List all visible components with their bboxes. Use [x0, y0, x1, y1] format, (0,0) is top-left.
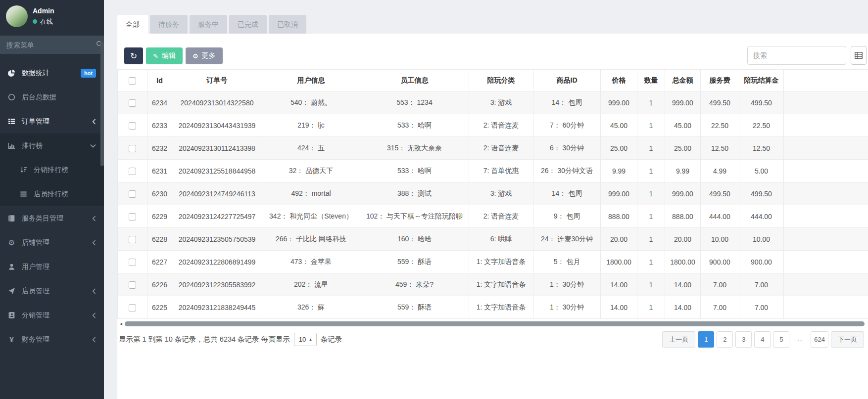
page-button-3[interactable]: 3: [735, 331, 752, 348]
cell-product: 6： 30分钟: [533, 137, 601, 160]
cell-filler: [784, 182, 868, 205]
yen-icon: ¥: [7, 335, 16, 344]
cell-user: 32： 品德天下: [262, 160, 360, 182]
user-profile[interactable]: Admin 在线: [0, 0, 104, 33]
cell-category: 3: 游戏: [469, 182, 533, 205]
tab-cancelled[interactable]: 已取消: [269, 15, 306, 34]
cell-qty: 1: [637, 228, 665, 251]
select-all-checkbox[interactable]: [129, 77, 136, 85]
cell-user: 202： 流星: [262, 273, 360, 296]
cell-total: 999.00: [665, 91, 701, 114]
menu-search-input[interactable]: [6, 41, 96, 49]
row-checkbox[interactable]: [129, 145, 136, 152]
page-button-2[interactable]: 2: [717, 331, 733, 348]
cell-user: 266： 子比比 网络科技: [262, 228, 360, 251]
row-checkbox[interactable]: [129, 259, 136, 266]
cell-staff: 388： 测试: [360, 182, 469, 205]
page-button-5[interactable]: 5: [773, 331, 789, 348]
cell-order-no: 2024092313014322580: [172, 91, 262, 114]
tab-completed[interactable]: 已完成: [229, 15, 267, 34]
cell-total: 9.99: [665, 160, 701, 182]
row-checkbox[interactable]: [129, 168, 136, 175]
cell-product: 14： 包周: [533, 182, 601, 205]
sidebar-item-shop[interactable]: ⚙ 店铺管理: [0, 230, 104, 255]
page-button-1[interactable]: 1: [698, 331, 714, 348]
row-checkbox[interactable]: [129, 190, 136, 198]
records-summary: 显示第 1 到第 10 条记录，总共 6234 条记录 每页显示 10 ▴ 条记…: [119, 333, 342, 346]
sidebar-item-clerk[interactable]: 店员管理: [0, 279, 104, 303]
cell-total: 14.00: [665, 296, 701, 319]
chevron-left-icon: [92, 312, 96, 318]
row-checkbox[interactable]: [129, 236, 136, 243]
summary-suffix: 条记录: [321, 335, 342, 344]
cell-filler: [784, 114, 868, 137]
tab-all[interactable]: 全部: [117, 15, 148, 34]
cell-filler: [784, 228, 868, 251]
chevron-left-icon: [92, 216, 96, 222]
table-search-input[interactable]: [747, 46, 846, 65]
cell-category: 3: 游戏: [469, 91, 533, 114]
page-button-624[interactable]: 624: [811, 331, 828, 348]
cell-id: 6232: [147, 137, 172, 160]
cell-order-no: 20240923124749246113: [172, 182, 262, 205]
main-content: 全部 待服务 服务中 已完成 已取消 ↻ ✎编辑 ⚙更多: [104, 0, 868, 399]
scrollbar-thumb[interactable]: [125, 321, 865, 326]
sidebar-item-clerk-ranking[interactable]: 店员排行榜: [0, 182, 104, 206]
sidebar-item-orders[interactable]: 订单管理: [0, 109, 104, 133]
cell-staff: 533： 哈啊: [360, 114, 469, 137]
sidebar-item-stats[interactable]: 数据统计 hot: [0, 61, 104, 85]
more-button[interactable]: ⚙更多: [186, 47, 223, 64]
page-button-4[interactable]: 4: [754, 331, 771, 348]
prev-page-button[interactable]: 上一页: [662, 331, 695, 348]
cell-fee: 12.50: [701, 137, 739, 160]
page-size-select[interactable]: 10 ▴: [294, 333, 317, 346]
sidebar-item-distribution[interactable]: 分销管理: [0, 303, 104, 327]
sidebar-item-label: 店员排行榜: [34, 190, 68, 199]
content-panel: ↻ ✎编辑 ⚙更多 Id 订单号: [117, 34, 868, 399]
edit-button[interactable]: ✎编辑: [146, 47, 183, 64]
tab-in-service[interactable]: 服务中: [190, 15, 227, 34]
cell-id: 6229: [147, 205, 172, 228]
sidebar-item-ranking[interactable]: 排行榜: [0, 133, 104, 158]
scroll-left-arrow[interactable]: ◂: [120, 321, 122, 326]
row-checkbox[interactable]: [129, 99, 136, 107]
summary-prefix: 显示第 1 到第 10 条记录，总共 6234 条记录 每页显示: [119, 335, 290, 344]
gear-icon: ⚙: [193, 53, 198, 59]
cell-category: 1: 文字加语音条: [469, 296, 533, 319]
cell-total: 14.00: [665, 273, 701, 296]
cell-staff: 102： 与天下棋～专注陪玩陪聊: [360, 205, 469, 228]
cell-product: 14： 包周: [533, 91, 601, 114]
cell-price: 14.00: [601, 273, 637, 296]
cell-settle: 12.50: [739, 137, 784, 160]
sidebar-scrollbar-thumb[interactable]: [100, 42, 104, 166]
orders-table: Id 订单号 用户信息 员工信息 陪玩分类 商品ID 价格 数量 总金额 服务费…: [117, 69, 868, 319]
sidebar-item-label: 排行榜: [22, 141, 43, 150]
sidebar-item-label: 店铺管理: [22, 238, 49, 247]
col-qty: 数量: [637, 70, 665, 91]
next-page-button[interactable]: 下一页: [831, 331, 864, 348]
columns-toggle-button[interactable]: [851, 46, 867, 65]
cell-filler: [784, 273, 868, 296]
cell-user: 492： mortal: [262, 182, 360, 205]
row-checkbox[interactable]: [129, 304, 136, 311]
sidebar-item-label: 订单管理: [22, 117, 49, 126]
sidebar-item-finance[interactable]: ¥ 财务管理: [0, 327, 104, 352]
cell-order-no: 20240923121838249445: [172, 296, 262, 319]
row-checkbox[interactable]: [129, 213, 136, 221]
list-lines-icon: [19, 190, 28, 198]
cell-order-no: 20240923122305583992: [172, 273, 262, 296]
sidebar-item-users[interactable]: 用户管理: [0, 255, 104, 279]
sidebar-item-label: 服务类目管理: [22, 214, 63, 223]
sidebar-item-backend-data[interactable]: 后台总数据: [0, 85, 104, 109]
sidebar-item-distribution-ranking[interactable]: 分销排行榜: [0, 158, 104, 182]
cogs-icon: ⚙: [7, 239, 16, 246]
row-checkbox[interactable]: [129, 122, 136, 130]
sidebar-menu: 数据统计 hot 后台总数据 订单管理 排行榜 分销排行榜 店员排: [0, 61, 104, 352]
refresh-button[interactable]: ↻: [124, 47, 143, 64]
tab-pending[interactable]: 待服务: [150, 15, 188, 34]
cell-total: 25.00: [665, 137, 701, 160]
sidebar-item-label: 数据统计: [22, 69, 49, 78]
pencil-icon: ✎: [153, 53, 158, 59]
sidebar-item-service-category[interactable]: 服务类目管理: [0, 206, 104, 230]
row-checkbox[interactable]: [129, 281, 136, 289]
